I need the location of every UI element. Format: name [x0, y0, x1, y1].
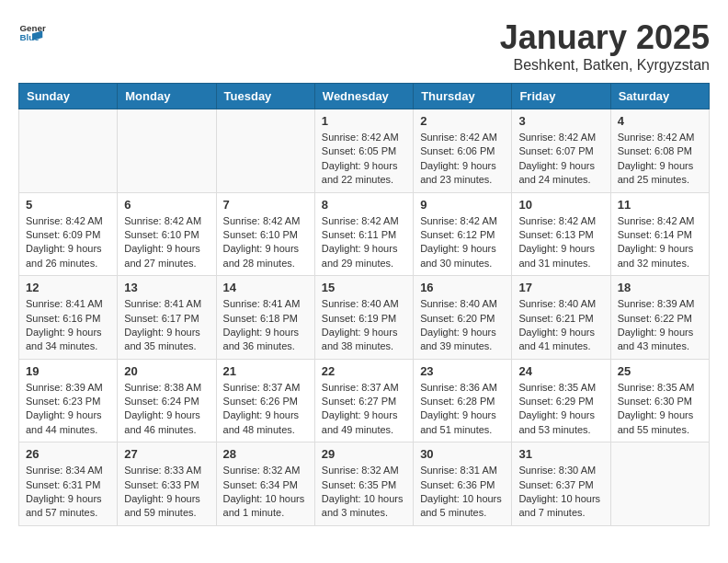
calendar-cell: 4Sunrise: 8:42 AM Sunset: 6:08 PM Daylig…: [610, 109, 709, 193]
calendar-cell: 7Sunrise: 8:42 AM Sunset: 6:10 PM Daylig…: [216, 192, 314, 276]
location-title: Beshkent, Batken, Kyrgyzstan: [500, 57, 710, 74]
day-info: Sunrise: 8:42 AM Sunset: 6:05 PM Dayligh…: [322, 131, 406, 188]
calendar-cell: 30Sunrise: 8:31 AM Sunset: 6:36 PM Dayli…: [414, 442, 512, 526]
calendar-cell: 17Sunrise: 8:40 AM Sunset: 6:21 PM Dayli…: [512, 276, 610, 360]
day-info: Sunrise: 8:42 AM Sunset: 6:09 PM Dayligh…: [26, 214, 110, 271]
calendar-body: 1Sunrise: 8:42 AM Sunset: 6:05 PM Daylig…: [19, 109, 710, 526]
day-header: Friday: [512, 84, 610, 109]
day-number: 2: [420, 114, 505, 128]
day-header: Monday: [118, 84, 216, 109]
month-title: January 2025: [500, 18, 710, 57]
day-info: Sunrise: 8:42 AM Sunset: 6:10 PM Dayligh…: [124, 214, 209, 271]
day-info: Sunrise: 8:39 AM Sunset: 6:23 PM Dayligh…: [26, 381, 110, 438]
day-number: 27: [124, 447, 209, 461]
day-info: Sunrise: 8:40 AM Sunset: 6:19 PM Dayligh…: [322, 297, 406, 354]
day-info: Sunrise: 8:35 AM Sunset: 6:29 PM Dayligh…: [518, 381, 603, 438]
day-info: Sunrise: 8:32 AM Sunset: 6:35 PM Dayligh…: [322, 464, 406, 521]
day-info: Sunrise: 8:41 AM Sunset: 6:16 PM Dayligh…: [26, 297, 110, 354]
day-number: 6: [124, 198, 209, 212]
day-info: Sunrise: 8:34 AM Sunset: 6:31 PM Dayligh…: [26, 464, 110, 521]
day-number: 30: [420, 447, 505, 461]
day-info: Sunrise: 8:40 AM Sunset: 6:21 PM Dayligh…: [518, 297, 603, 354]
logo-icon: General Blue: [18, 18, 46, 46]
calendar-cell: 10Sunrise: 8:42 AM Sunset: 6:13 PM Dayli…: [512, 192, 610, 276]
day-number: 20: [124, 364, 209, 378]
calendar-cell: 26Sunrise: 8:34 AM Sunset: 6:31 PM Dayli…: [19, 442, 118, 526]
day-header: Wednesday: [314, 84, 413, 109]
day-info: Sunrise: 8:37 AM Sunset: 6:26 PM Dayligh…: [223, 381, 308, 438]
day-info: Sunrise: 8:42 AM Sunset: 6:12 PM Dayligh…: [420, 214, 505, 271]
day-info: Sunrise: 8:42 AM Sunset: 6:11 PM Dayligh…: [322, 214, 406, 271]
day-info: Sunrise: 8:40 AM Sunset: 6:20 PM Dayligh…: [420, 297, 505, 354]
day-number: 7: [223, 198, 308, 212]
calendar-cell: 14Sunrise: 8:41 AM Sunset: 6:18 PM Dayli…: [216, 276, 314, 360]
day-header: Tuesday: [216, 84, 314, 109]
calendar-cell: [216, 109, 314, 193]
calendar-cell: 16Sunrise: 8:40 AM Sunset: 6:20 PM Dayli…: [414, 276, 512, 360]
day-info: Sunrise: 8:42 AM Sunset: 6:06 PM Dayligh…: [420, 131, 505, 188]
day-number: 10: [518, 198, 603, 212]
calendar-cell: 20Sunrise: 8:38 AM Sunset: 6:24 PM Dayli…: [118, 359, 216, 442]
day-info: Sunrise: 8:42 AM Sunset: 6:13 PM Dayligh…: [518, 214, 603, 271]
header: General Blue January 2025 Beshkent, Batk…: [18, 18, 710, 74]
day-info: Sunrise: 8:31 AM Sunset: 6:36 PM Dayligh…: [420, 464, 505, 521]
calendar-cell: 8Sunrise: 8:42 AM Sunset: 6:11 PM Daylig…: [314, 192, 413, 276]
day-info: Sunrise: 8:42 AM Sunset: 6:08 PM Dayligh…: [618, 131, 702, 188]
day-number: 24: [518, 364, 603, 378]
day-info: Sunrise: 8:37 AM Sunset: 6:27 PM Dayligh…: [322, 381, 406, 438]
svg-text:Blue: Blue: [20, 32, 40, 42]
calendar-cell: 25Sunrise: 8:35 AM Sunset: 6:30 PM Dayli…: [610, 359, 709, 442]
day-info: Sunrise: 8:36 AM Sunset: 6:28 PM Dayligh…: [420, 381, 505, 438]
day-info: Sunrise: 8:39 AM Sunset: 6:22 PM Dayligh…: [618, 297, 702, 354]
calendar-week-row: 1Sunrise: 8:42 AM Sunset: 6:05 PM Daylig…: [19, 109, 710, 193]
title-area: January 2025 Beshkent, Batken, Kyrgyzsta…: [500, 18, 710, 74]
day-info: Sunrise: 8:41 AM Sunset: 6:17 PM Dayligh…: [124, 297, 209, 354]
day-number: 15: [322, 281, 406, 294]
day-number: 13: [124, 281, 209, 294]
day-number: 14: [223, 281, 308, 294]
calendar-week-row: 12Sunrise: 8:41 AM Sunset: 6:16 PM Dayli…: [19, 276, 710, 360]
day-number: 17: [518, 281, 603, 294]
calendar-cell: 23Sunrise: 8:36 AM Sunset: 6:28 PM Dayli…: [414, 359, 512, 442]
calendar-cell: [118, 109, 216, 193]
calendar-cell: 15Sunrise: 8:40 AM Sunset: 6:19 PM Dayli…: [314, 276, 413, 360]
day-number: 23: [420, 364, 505, 378]
calendar-week-row: 5Sunrise: 8:42 AM Sunset: 6:09 PM Daylig…: [19, 192, 710, 276]
day-info: Sunrise: 8:41 AM Sunset: 6:18 PM Dayligh…: [223, 297, 308, 354]
day-info: Sunrise: 8:30 AM Sunset: 6:37 PM Dayligh…: [518, 464, 603, 521]
day-number: 25: [618, 364, 702, 378]
calendar-week-row: 26Sunrise: 8:34 AM Sunset: 6:31 PM Dayli…: [19, 442, 710, 526]
calendar-week-row: 19Sunrise: 8:39 AM Sunset: 6:23 PM Dayli…: [19, 359, 710, 442]
day-header: Thursday: [414, 84, 512, 109]
day-number: 9: [420, 198, 505, 212]
calendar-cell: 18Sunrise: 8:39 AM Sunset: 6:22 PM Dayli…: [610, 276, 709, 360]
day-info: Sunrise: 8:42 AM Sunset: 6:07 PM Dayligh…: [518, 131, 603, 188]
calendar-cell: 31Sunrise: 8:30 AM Sunset: 6:37 PM Dayli…: [512, 442, 610, 526]
day-number: 21: [223, 364, 308, 378]
calendar-cell: [19, 109, 118, 193]
days-header-row: SundayMondayTuesdayWednesdayThursdayFrid…: [19, 84, 710, 109]
day-number: 8: [322, 198, 406, 212]
calendar-cell: 28Sunrise: 8:32 AM Sunset: 6:34 PM Dayli…: [216, 442, 314, 526]
day-info: Sunrise: 8:42 AM Sunset: 6:14 PM Dayligh…: [618, 214, 702, 271]
calendar-cell: [610, 442, 709, 526]
logo: General Blue: [18, 18, 46, 46]
day-number: 16: [420, 281, 505, 294]
calendar-cell: 5Sunrise: 8:42 AM Sunset: 6:09 PM Daylig…: [19, 192, 118, 276]
day-number: 29: [322, 447, 406, 461]
calendar-cell: 27Sunrise: 8:33 AM Sunset: 6:33 PM Dayli…: [118, 442, 216, 526]
day-info: Sunrise: 8:32 AM Sunset: 6:34 PM Dayligh…: [223, 464, 308, 521]
day-number: 3: [518, 114, 603, 128]
day-number: 22: [322, 364, 406, 378]
calendar-cell: 21Sunrise: 8:37 AM Sunset: 6:26 PM Dayli…: [216, 359, 314, 442]
day-number: 26: [26, 447, 110, 461]
day-number: 1: [322, 114, 406, 128]
day-header: Saturday: [610, 84, 709, 109]
day-info: Sunrise: 8:35 AM Sunset: 6:30 PM Dayligh…: [618, 381, 702, 438]
day-info: Sunrise: 8:38 AM Sunset: 6:24 PM Dayligh…: [124, 381, 209, 438]
day-number: 28: [223, 447, 308, 461]
day-number: 4: [618, 114, 702, 128]
calendar-cell: 9Sunrise: 8:42 AM Sunset: 6:12 PM Daylig…: [414, 192, 512, 276]
calendar-cell: 3Sunrise: 8:42 AM Sunset: 6:07 PM Daylig…: [512, 109, 610, 193]
calendar-cell: 13Sunrise: 8:41 AM Sunset: 6:17 PM Dayli…: [118, 276, 216, 360]
